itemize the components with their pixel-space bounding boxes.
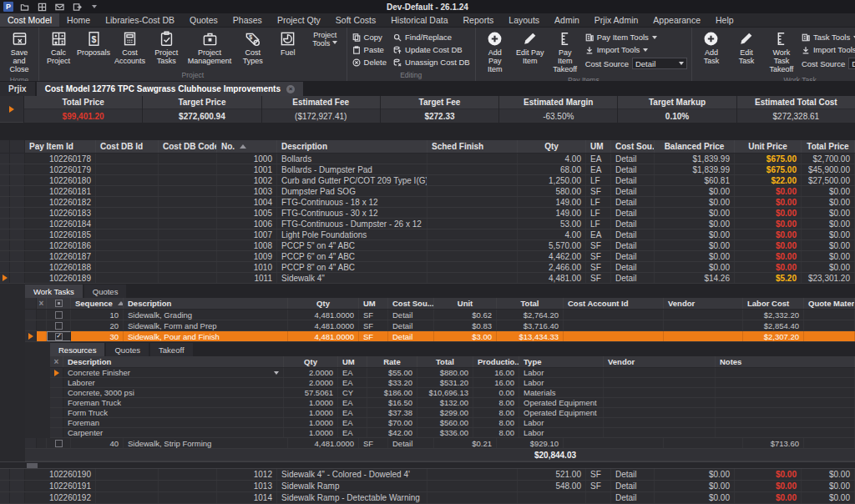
select-all-checkbox-header[interactable] <box>47 298 71 309</box>
pay-item-tools-dropdown[interactable]: Pay Item Tools <box>584 32 689 43</box>
clear-selection-header[interactable]: × <box>37 298 47 309</box>
pay-item-row[interactable]: 1022601821004FTG-Continuous - 18 x 12149… <box>0 197 855 208</box>
column-header-type[interactable]: Type <box>519 356 604 367</box>
column-header-rate[interactable]: Rate <box>367 356 417 367</box>
column-header-pay-item-id[interactable]: Pay Item Id <box>25 140 96 153</box>
row-select-cell[interactable] <box>47 320 71 330</box>
work-tasks-tab-quotes[interactable]: Quotes <box>84 285 127 298</box>
pay-item-import-tools-dropdown[interactable]: Import Tools <box>584 44 689 55</box>
resource-row[interactable]: Form Truck1.0000EA$37.38$299.008.00Opera… <box>50 408 855 418</box>
column-header-total[interactable]: Total <box>417 356 473 367</box>
save-and-close-button[interactable]: Save and Close <box>3 29 36 75</box>
cost-types-button[interactable]: Cost Types <box>236 29 270 67</box>
column-header-cost-db-code[interactable]: Cost DB Code <box>159 140 217 153</box>
pay-item-row[interactable]: 1022601881010PCCP 8" on 4" ABC2,466.00SF… <box>0 262 855 273</box>
column-header-cost-db-id[interactable]: Cost DB Id <box>96 140 159 153</box>
column-header-sched-finish[interactable]: Sched Finish <box>428 140 518 153</box>
cell-dropdown-icon[interactable] <box>274 371 279 375</box>
project-management-button[interactable]: Project Management <box>185 29 234 67</box>
column-header-description[interactable]: Description <box>124 298 288 309</box>
tab-cost-model[interactable]: Cost Model 12776 TPC Sawgrass Clubhouse … <box>37 82 303 96</box>
menu-tab-prjix-admin[interactable]: Prjix Admin <box>587 13 646 27</box>
resource-row[interactable]: Concrete Finisher2.0000EA$55.00$880.0016… <box>50 368 855 378</box>
pay-item-row[interactable]: 1022601901012Sidewalk 4" - Colored - Dow… <box>0 469 855 481</box>
project-tasks-button[interactable]: Project Tasks <box>149 29 183 67</box>
copy-button[interactable]: Copy <box>350 32 389 43</box>
menu-tab-admin[interactable]: Admin <box>547 13 587 27</box>
pay-item-row[interactable]: 1022601841006FTG-Continuous - Dumpster -… <box>0 219 855 229</box>
pay-item-row[interactable]: 1022601831005FTG-Continuous - 30 x 12149… <box>0 208 855 219</box>
column-header-total[interactable]: Total <box>497 298 564 309</box>
pay-item-row[interactable]: 1022601811003Dumpster Pad SOG580.00SFDet… <box>0 186 855 197</box>
row-checkbox[interactable]: ✓ <box>55 333 63 340</box>
pay-item-row[interactable]: 1022601791001Bollards - Dumpster Pad68.0… <box>0 164 855 175</box>
column-header-qty[interactable]: Qty <box>288 298 359 309</box>
menu-tab-reports[interactable]: Reports <box>456 13 502 27</box>
horizontal-scrollbar-thumb[interactable] <box>27 463 38 468</box>
pay-item-row[interactable]: 1022601891011Sidewalk 4"4,481.00SFDetail… <box>0 273 855 284</box>
menu-tab-layouts[interactable]: Layouts <box>501 13 547 27</box>
column-header-cost-account-id[interactable]: Cost Account Id <box>564 298 664 309</box>
resources-tab-quotes[interactable]: Quotes <box>106 343 149 356</box>
unassign-cost-db-button[interactable]: Unassign Cost DB <box>391 57 473 68</box>
column-header-notes[interactable]: Notes <box>716 356 855 367</box>
menu-tab-historical-data[interactable]: Historical Data <box>383 13 455 27</box>
column-header-quote-material[interactable]: Quote Material <box>804 298 855 309</box>
menu-tab-soft-costs[interactable]: Soft Costs <box>328 13 383 27</box>
work-task-row[interactable]: 10Sidewalk, Grading4,481.0000SFDetail$0.… <box>25 310 855 320</box>
close-tab-icon[interactable]: × <box>286 85 295 93</box>
tab-prjix[interactable]: Prjix <box>0 82 35 96</box>
column-header-unit[interactable]: Unit <box>434 298 497 309</box>
cost-accounts-button[interactable]: Cost Accounts <box>112 29 148 67</box>
column-header-um[interactable]: UM <box>338 356 367 367</box>
delete-button[interactable]: Delete <box>350 57 389 68</box>
resource-row[interactable]: Carpenter1.0000EA$42.00$336.008.00Labor <box>50 428 855 438</box>
row-checkbox[interactable] <box>55 440 63 447</box>
menu-tab-cost-model[interactable]: Cost Model <box>0 13 59 27</box>
pay-item-takeoff-button[interactable]: Pay Item Takeoff <box>549 29 582 75</box>
find-replace-button[interactable]: Find/Replace <box>391 32 473 43</box>
pay-item-row[interactable]: 1022601801002Curb and Gutter PC/COT 209 … <box>0 175 855 186</box>
work-task-takeoff-button[interactable]: Work Task Takeoff <box>765 29 798 75</box>
work-task-row[interactable]: 20Sidewalk, Form and Prep4,481.0000SFDet… <box>25 320 855 331</box>
menu-tab-home[interactable]: Home <box>59 13 98 27</box>
edit-pay-item-button[interactable]: Edit Pay Item <box>514 29 547 67</box>
menu-tab-phases[interactable]: Phases <box>225 13 270 27</box>
pay-item-row[interactable]: 1022601781000Bollards4.00EADetail$1,839.… <box>0 154 855 164</box>
work-tasks-tab-work-tasks[interactable]: Work Tasks <box>25 285 83 298</box>
proposals-button[interactable]: Proposals <box>77 29 110 58</box>
column-header-labor-cost[interactable]: Labor Cost <box>743 298 804 309</box>
add-pay-item-button[interactable]: Add Pay Item <box>478 29 512 75</box>
column-header-description[interactable]: Description <box>63 356 284 367</box>
paste-button[interactable]: Paste <box>350 44 389 55</box>
row-select-cell[interactable] <box>47 438 71 448</box>
fuel-button[interactable]: Fuel <box>271 29 305 58</box>
column-header-cost-sou[interactable]: Cost Sou... <box>388 298 434 309</box>
column-header-cost-sou[interactable]: Cost Sou... <box>611 140 655 153</box>
column-header-um[interactable]: UM <box>359 298 388 309</box>
column-header-vendor[interactable]: Vendor <box>604 356 716 367</box>
row-select-cell[interactable]: ✓ <box>47 331 71 341</box>
pay-item-row[interactable]: 1022601921014Sidewalk Ramp - Detectable … <box>0 492 855 504</box>
column-header-no[interactable]: No. <box>217 140 277 153</box>
column-header-balanced-price[interactable]: Balanced Price <box>655 140 735 153</box>
pay-item-row[interactable]: 1022601911013Sidewalk Ramp548.00SFDetail… <box>0 481 855 492</box>
resources-tab-resources[interactable]: Resources <box>50 343 104 356</box>
row-checkbox[interactable] <box>55 311 63 319</box>
column-header-unit-price[interactable]: Unit Price <box>735 140 802 153</box>
horizontal-scrollbar[interactable] <box>0 461 855 469</box>
column-header-qty[interactable]: Qty <box>518 140 586 153</box>
resource-row[interactable]: Concrete, 3000 psi57.5061CY$186.00$10,69… <box>50 388 855 398</box>
menu-tab-quotes[interactable]: Quotes <box>182 13 225 27</box>
resource-row[interactable]: Foreman1.0000EA$70.00$560.008.00Labor <box>50 418 855 428</box>
resources-tab-takeoff[interactable]: Takeoff <box>150 343 192 356</box>
column-header-description[interactable]: Description <box>277 140 428 153</box>
column-header-um[interactable]: UM <box>586 140 611 153</box>
menu-tab-project-qty[interactable]: Project Qty <box>270 13 328 27</box>
row-select-cell[interactable] <box>47 310 71 320</box>
edit-task-button[interactable]: Edit Task <box>730 29 763 67</box>
column-header-productio[interactable]: Productio... <box>473 356 519 367</box>
column-header-qty[interactable]: Qty <box>284 356 338 367</box>
column-header-total-price[interactable]: Total Price <box>802 140 855 153</box>
menu-tab-appearance[interactable]: Appearance <box>645 13 708 27</box>
